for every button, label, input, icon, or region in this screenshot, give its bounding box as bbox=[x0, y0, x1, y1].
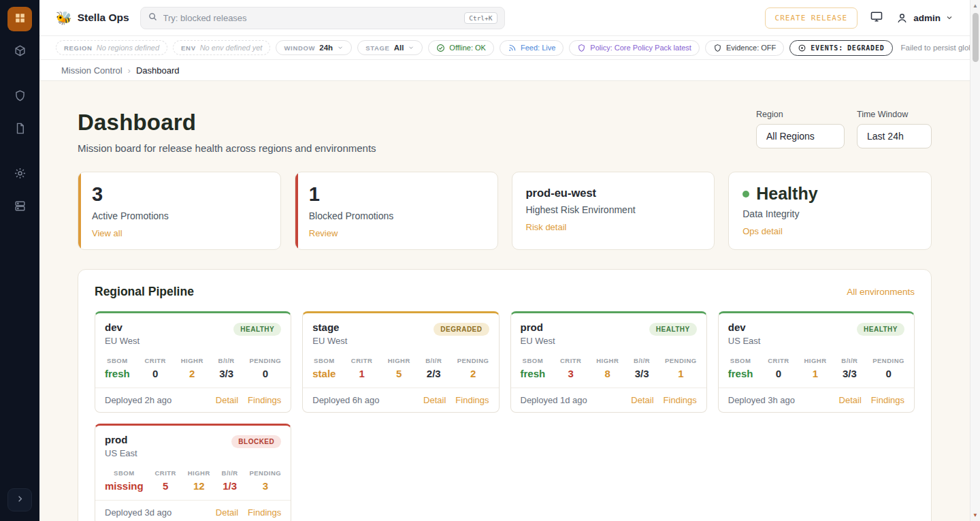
status-badge: DEGRADED bbox=[434, 323, 489, 336]
display-mode-button[interactable] bbox=[870, 10, 883, 26]
feed-status-pill[interactable]: Feed: Live bbox=[500, 40, 564, 56]
chevron-down-icon bbox=[945, 14, 953, 22]
environment-card-footer: Deployed 3h ago Detail Findings bbox=[719, 388, 914, 412]
search-input[interactable] bbox=[163, 13, 459, 23]
highr-column-label: HIGHR bbox=[388, 357, 410, 364]
page-title: Dashboard bbox=[78, 110, 376, 136]
sidebar-item-dashboard[interactable] bbox=[7, 7, 32, 31]
environment-card-footer: Deployed 3d ago Detail Findings bbox=[95, 500, 291, 521]
top-bar: 🐝 Stella Ops Ctrl+K CREATE RELEASE admin bbox=[39, 0, 970, 35]
top-bar-actions: CREATE RELEASE admin bbox=[765, 7, 953, 29]
critr-value: 0 bbox=[144, 368, 166, 379]
view-all-link[interactable]: View all bbox=[92, 228, 122, 238]
page-filters: Region All Regions Time Window Last 24h bbox=[756, 110, 932, 148]
findings-link[interactable]: Findings bbox=[871, 395, 904, 405]
context-bar: REGION No regions defined ENV No env def… bbox=[39, 35, 970, 60]
stat-cards-row: 3 Active Promotions View all 1 Blocked P… bbox=[78, 172, 932, 250]
findings-link[interactable]: Findings bbox=[248, 395, 281, 405]
bir-column-label: B/I/R bbox=[841, 357, 858, 364]
user-menu[interactable]: admin bbox=[896, 12, 953, 25]
environment-region: EU West bbox=[312, 336, 347, 346]
events-status-pill[interactable]: EVENTS: DEGRADED bbox=[789, 40, 892, 56]
grid-icon bbox=[14, 12, 27, 27]
breadcrumb: Mission Control › Dashboard bbox=[39, 60, 970, 81]
environment-region: US East bbox=[105, 448, 137, 458]
status-badge: HEALTHY bbox=[233, 323, 281, 336]
bir-column-label: B/I/R bbox=[425, 357, 442, 364]
highr-column-label: HIGHR bbox=[804, 357, 826, 364]
environment-card: prod EU West HEALTHY SBOM fresh CRIT bbox=[510, 311, 707, 413]
sidebar-item-releases[interactable] bbox=[7, 40, 32, 64]
global-search[interactable]: Ctrl+K bbox=[140, 7, 505, 29]
highest-risk-card: prod-eu-west Highest Risk Environment Ri… bbox=[512, 172, 715, 250]
highr-value: 1 bbox=[804, 368, 826, 379]
environment-region: EU West bbox=[105, 336, 140, 346]
sidebar-item-security[interactable] bbox=[7, 84, 32, 109]
environment-name: prod bbox=[105, 434, 137, 445]
ops-detail-link[interactable]: Ops detail bbox=[742, 226, 783, 236]
pending-value: 3 bbox=[249, 480, 281, 492]
evidence-status-pill[interactable]: Evidence: OFF bbox=[705, 40, 784, 56]
search-icon bbox=[148, 12, 158, 25]
page-header: Dashboard Mission board for release heal… bbox=[78, 110, 932, 154]
policy-status-pill[interactable]: Policy: Core Policy Pack latest bbox=[569, 40, 700, 56]
shield-icon bbox=[14, 89, 27, 105]
pending-column-label: PENDING bbox=[457, 357, 489, 364]
sidebar-expand-button[interactable] bbox=[7, 488, 32, 511]
all-environments-link[interactable]: All environments bbox=[847, 287, 915, 297]
highr-column-label: HIGHR bbox=[596, 357, 619, 364]
critr-value: 0 bbox=[768, 368, 789, 379]
brand: 🐝 Stella Ops bbox=[56, 10, 129, 26]
sbom-value: missing bbox=[105, 480, 144, 492]
stage-context-pill[interactable]: STAGE All bbox=[357, 40, 423, 55]
bir-value: 1/3 bbox=[222, 480, 238, 492]
review-link[interactable]: Review bbox=[309, 228, 338, 238]
status-badge: BLOCKED bbox=[231, 435, 281, 448]
critr-column-label: CRITR bbox=[560, 357, 582, 364]
highest-risk-value: prod-eu-west bbox=[526, 184, 701, 200]
highr-value: 12 bbox=[188, 480, 210, 492]
bir-value: 2/3 bbox=[425, 368, 442, 379]
scroll-down-arrow[interactable]: ▼ bbox=[973, 509, 978, 521]
sidebar-item-settings[interactable] bbox=[7, 162, 32, 187]
risk-detail-link[interactable]: Risk detail bbox=[526, 222, 567, 232]
findings-link[interactable]: Findings bbox=[664, 395, 697, 405]
time-window-filter-select[interactable]: Last 24h bbox=[857, 124, 932, 148]
offline-status-pill[interactable]: Offline: OK bbox=[428, 40, 494, 56]
rss-icon bbox=[508, 44, 517, 52]
detail-link[interactable]: Detail bbox=[839, 395, 862, 405]
sbom-value: fresh bbox=[105, 368, 130, 379]
pending-value: 0 bbox=[249, 368, 281, 379]
bir-value: 3/3 bbox=[841, 368, 858, 379]
data-integrity-label: Data Integrity bbox=[742, 208, 917, 219]
detail-link[interactable]: Detail bbox=[216, 395, 238, 405]
findings-link[interactable]: Findings bbox=[455, 395, 489, 405]
sbom-column-label: SBOM bbox=[728, 357, 753, 364]
environment-stats: SBOM fresh CRITR 0 HIGHR 1 bbox=[719, 353, 914, 388]
sidebar-item-infrastructure[interactable] bbox=[7, 195, 32, 219]
bir-column-label: B/I/R bbox=[634, 357, 650, 364]
data-integrity-card: Healthy Data Integrity Ops detail bbox=[728, 172, 932, 250]
env-context-pill[interactable]: ENV No env defined yet bbox=[173, 40, 270, 55]
region-filter-label: Region bbox=[756, 110, 845, 119]
environment-stats: SBOM missing CRITR 5 HIGHR 12 bbox=[95, 465, 291, 500]
time-window-filter-label: Time Window bbox=[857, 110, 932, 119]
region-context-pill[interactable]: REGION No regions defined bbox=[56, 40, 167, 55]
highr-column-label: HIGHR bbox=[181, 357, 203, 364]
window-context-pill[interactable]: WINDOW 24h bbox=[276, 40, 352, 55]
pipeline-title: Regional Pipeline bbox=[95, 285, 194, 299]
detail-link[interactable]: Detail bbox=[216, 507, 238, 518]
sidebar-item-reports[interactable] bbox=[7, 117, 32, 142]
scrollbar-thumb[interactable] bbox=[973, 13, 979, 62]
blocked-promotions-label: Blocked Promotions bbox=[309, 210, 484, 221]
detail-link[interactable]: Detail bbox=[631, 395, 653, 405]
window-scrollbar[interactable]: ▲ ▼ bbox=[970, 0, 980, 521]
sbom-column-label: SBOM bbox=[105, 469, 144, 477]
create-release-button[interactable]: CREATE RELEASE bbox=[765, 7, 858, 29]
detail-link[interactable]: Detail bbox=[423, 395, 446, 405]
breadcrumb-mission-control[interactable]: Mission Control bbox=[61, 65, 122, 76]
user-icon bbox=[896, 12, 909, 25]
findings-link[interactable]: Findings bbox=[248, 507, 281, 518]
region-filter-select[interactable]: All Regions bbox=[756, 124, 845, 148]
scroll-up-arrow[interactable]: ▲ bbox=[973, 0, 978, 12]
